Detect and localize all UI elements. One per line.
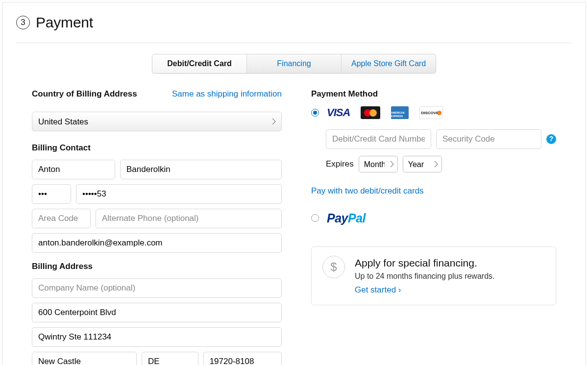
payment-type-tabs: Debit/Credit Card Financing Apple Store … xyxy=(152,54,436,73)
card-brand-logos: VISA AMERICAN EXPRESS DISCOVER xyxy=(327,106,476,120)
alt-phone-field[interactable] xyxy=(96,209,282,228)
state-field[interactable] xyxy=(142,352,198,365)
billing-contact-label: Billing Contact xyxy=(32,142,282,154)
email-field[interactable] xyxy=(32,233,282,253)
paypal-radio[interactable] xyxy=(311,214,319,222)
promo-get-started-link[interactable]: Get started › xyxy=(355,285,401,294)
city-field[interactable] xyxy=(32,352,137,365)
two-cards-link[interactable]: Pay with two debit/credit cards xyxy=(311,185,556,197)
billing-info-column: Country of Billing Address Same as shipp… xyxy=(32,88,282,365)
street2-field[interactable] xyxy=(32,327,282,347)
first-name-field[interactable] xyxy=(32,160,115,179)
visa-logo: VISA xyxy=(327,107,350,118)
security-code-field[interactable] xyxy=(436,129,541,149)
last-name-field[interactable] xyxy=(120,160,282,179)
unionpay-logo xyxy=(453,106,477,120)
alt-area-field[interactable] xyxy=(32,209,91,228)
phone-area-field[interactable] xyxy=(32,184,71,204)
billing-address-label: Billing Address xyxy=(32,261,282,272)
promo-subtitle: Up to 24 months financing plus rewards. xyxy=(355,271,494,282)
card-payment-option[interactable]: VISA AMERICAN EXPRESS DISCOVER xyxy=(311,106,556,120)
paypal-logo: PayPal xyxy=(327,210,366,227)
card-number-field[interactable] xyxy=(326,129,431,149)
tab-gift-card[interactable]: Apple Store Gift Card xyxy=(342,54,436,73)
company-field[interactable] xyxy=(32,278,282,298)
zip-field[interactable] xyxy=(203,352,282,365)
tab-financing[interactable]: Financing xyxy=(247,54,342,73)
expiry-month-select[interactable]: Month xyxy=(359,156,398,172)
paypal-payment-option[interactable]: PayPal xyxy=(311,210,556,227)
expiry-year-select[interactable]: Year xyxy=(403,156,442,172)
country-label: Country of Billing Address xyxy=(32,88,137,100)
expires-label: Expires xyxy=(326,158,354,170)
street1-field[interactable] xyxy=(32,303,282,322)
same-as-shipping-link[interactable]: Same as shipping information xyxy=(172,88,282,100)
payment-panel: 3 Payment Debit/Credit Card Financing Ap… xyxy=(2,2,586,365)
financing-promo: $ Apply for special financing. Up to 24 … xyxy=(311,246,556,305)
amex-logo: AMERICAN EXPRESS xyxy=(391,106,409,119)
section-header: 3 Payment xyxy=(16,12,572,43)
discover-logo: DISCOVER xyxy=(419,106,443,119)
payment-method-label: Payment Method xyxy=(311,88,556,100)
country-select[interactable]: United States xyxy=(32,112,282,131)
mastercard-logo xyxy=(361,106,380,119)
page-title: Payment xyxy=(36,12,93,33)
payment-method-column: Payment Method VISA AMERICAN EXPRESS DIS… xyxy=(311,88,556,365)
promo-title: Apply for special financing. xyxy=(355,256,494,270)
security-code-help-icon[interactable]: ? xyxy=(546,134,556,144)
dollar-icon: $ xyxy=(322,256,345,278)
card-radio[interactable] xyxy=(311,109,319,117)
phone-number-field[interactable] xyxy=(76,184,282,204)
tab-debit-credit[interactable]: Debit/Credit Card xyxy=(152,54,247,73)
step-badge: 3 xyxy=(16,16,30,29)
